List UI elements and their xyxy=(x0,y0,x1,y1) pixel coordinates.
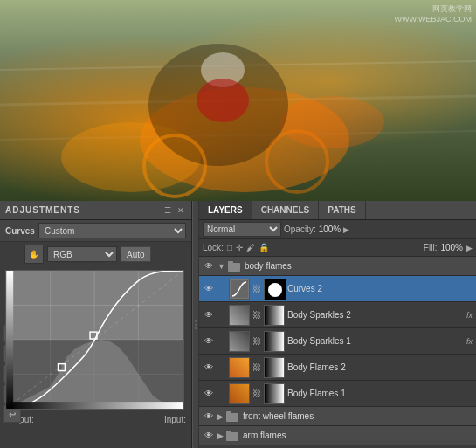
blend-opacity-row: Normal Opacity: 100% ▶ xyxy=(199,220,476,239)
layer-sparkles1[interactable]: 👁 ⛓ Body Sparkles 1 fx xyxy=(199,328,476,355)
layer-name-curves2: Curves 2 xyxy=(287,284,473,293)
layer-thumb-flames2 xyxy=(229,357,250,378)
resize-dots xyxy=(195,320,197,329)
curves-labels: Output: Input: xyxy=(0,413,191,426)
curves-preset-select[interactable]: Custom xyxy=(38,223,186,238)
layer-name-flames2: Body Flames 2 xyxy=(287,362,473,372)
layer-mask-flames2 xyxy=(264,357,285,378)
eye-icon-2[interactable]: 👁 xyxy=(203,309,215,321)
layer-group-body-flames[interactable]: 👁 ▼ body flames xyxy=(199,257,476,276)
curves-svg xyxy=(6,271,183,409)
mask-thumb-svg xyxy=(265,279,286,300)
adjustments-title: ADJUSTMENTS xyxy=(5,205,80,215)
eye-icon-4[interactable]: 👁 xyxy=(203,362,215,374)
layer-flames1[interactable]: 👁 ⛓ Body Flames 1 xyxy=(199,381,476,407)
lock-fill-row: Lock: □ ✛ 🖌 🔒 Fill: 100% ▶ xyxy=(199,239,476,257)
layer-flames2[interactable]: 👁 ⛓ Body Flames 2 xyxy=(199,355,476,381)
lock-paint-icon[interactable]: 🖌 xyxy=(246,243,255,252)
layer-mask-curves2 xyxy=(264,279,285,300)
opacity-label: Opacity: xyxy=(284,224,316,234)
layer-curves2[interactable]: 👁 ⛓ Curves 2 xyxy=(199,276,476,302)
photo-overlay xyxy=(0,0,476,201)
layer-name-group-0: body flames xyxy=(245,261,473,271)
adjustments-inner: ✋ RGB Auto 🖊 ✏ 📝 〜 ↩ xyxy=(0,242,191,426)
layer-mask-sparkles1 xyxy=(264,331,285,352)
layer-mask-sparkles2 xyxy=(264,305,285,326)
tab-paths[interactable]: PATHS xyxy=(319,201,365,219)
watermark: 网页教学网 WWW.WEBJAC.COM xyxy=(395,4,473,24)
chain-icon-1: ⛓ xyxy=(252,284,261,293)
eye-icon-6[interactable]: 👁 xyxy=(203,410,215,423)
eye-icon-7[interactable]: 👁 xyxy=(203,430,215,442)
panel-resize-handle[interactable] xyxy=(192,201,199,448)
header-controls: ☰ ✕ xyxy=(162,206,186,215)
lock-label: Lock: xyxy=(203,243,224,252)
fill-arrow[interactable]: ▶ xyxy=(466,244,473,252)
layer-group-arm-flames[interactable]: 👁 ▶ arm flames xyxy=(199,426,476,445)
layer-fx-sparkles1: fx xyxy=(466,337,473,346)
blend-mode-select[interactable]: Normal xyxy=(203,222,281,237)
layer-thumb-sparkles1 xyxy=(229,331,250,352)
layers-list: 👁 ▼ body flames 👁 xyxy=(199,257,476,448)
layer-thumb-flames1 xyxy=(229,383,250,404)
eye-icon-0[interactable]: 👁 xyxy=(203,260,215,272)
channel-select[interactable]: RGB xyxy=(47,246,117,262)
chain-icon-5: ⛓ xyxy=(252,389,261,398)
group-arrow-7[interactable]: ▶ xyxy=(217,431,224,440)
layer-name-group-6: front wheel flames xyxy=(243,411,473,421)
folder-icon-7 xyxy=(226,429,240,443)
tab-layers[interactable]: LAYERS xyxy=(199,201,252,219)
layer-thumb-sparkles2 xyxy=(229,305,250,326)
panel-menu-btn[interactable]: ☰ xyxy=(162,206,173,215)
layer-mask-flames1 xyxy=(264,383,285,404)
svg-rect-30 xyxy=(268,283,282,297)
fill-label: Fill: xyxy=(424,243,438,252)
svg-rect-25 xyxy=(6,271,13,409)
layer-sparkles2[interactable]: 👁 ⛓ Body Sparkles 2 fx xyxy=(199,302,476,328)
svg-point-6 xyxy=(279,96,384,148)
svg-point-11 xyxy=(197,79,249,122)
curves-row: Curves Custom xyxy=(0,220,191,242)
layers-tabs: LAYERS CHANNELS PATHS xyxy=(199,201,476,220)
layer-name-group-7: arm flames xyxy=(243,431,473,440)
layer-name-flames1: Body Flames 1 xyxy=(287,389,473,398)
svg-rect-27 xyxy=(228,261,233,265)
layer-name-sparkles2: Body Sparkles 2 xyxy=(287,310,464,320)
tools-row: ✋ RGB Auto xyxy=(0,242,191,266)
folder-icon-6 xyxy=(226,410,240,424)
eye-icon-5[interactable]: 👁 xyxy=(203,388,215,400)
lock-transparent-icon[interactable]: □ xyxy=(227,243,232,252)
svg-rect-34 xyxy=(226,431,231,434)
opacity-arrow[interactable]: ▶ xyxy=(343,225,349,234)
auto-button[interactable]: Auto xyxy=(121,246,151,262)
svg-rect-32 xyxy=(226,411,231,415)
panel-close-btn[interactable]: ✕ xyxy=(176,206,186,215)
fill-value: 100% xyxy=(440,243,463,252)
chain-icon-2: ⛓ xyxy=(252,310,261,320)
adjustments-panel: ADJUSTMENTS ☰ ✕ Curves Custom ✋ RGB Auto xyxy=(0,201,192,448)
opacity-value: 100% xyxy=(319,224,341,234)
photo-canvas: 网页教学网 WWW.WEBJAC.COM xyxy=(0,0,476,201)
group-arrow-6[interactable]: ▶ xyxy=(217,412,224,421)
curves-graph[interactable] xyxy=(5,270,184,410)
layers-panel: LAYERS CHANNELS PATHS Normal Opacity: 10… xyxy=(199,201,476,448)
layer-fx-sparkles2: fx xyxy=(466,311,473,320)
svg-rect-24 xyxy=(6,402,183,409)
layer-name-sparkles1: Body Sparkles 1 xyxy=(287,336,464,346)
adjustments-header: ADJUSTMENTS ☰ ✕ xyxy=(0,201,191,220)
layer-thumb-curves2 xyxy=(229,279,250,300)
lock-all-icon[interactable]: 🔒 xyxy=(259,243,269,252)
tab-channels[interactable]: CHANNELS xyxy=(252,201,320,219)
chain-icon-3: ⛓ xyxy=(252,336,261,346)
folder-icon-0 xyxy=(228,259,242,273)
chain-icon-4: ⛓ xyxy=(252,362,261,372)
input-label: Input: xyxy=(164,415,186,424)
lock-move-icon[interactable]: ✛ xyxy=(236,243,243,252)
group-arrow-0[interactable]: ▼ xyxy=(217,262,225,271)
eye-icon-3[interactable]: 👁 xyxy=(203,335,215,348)
eye-icon-1[interactable]: 👁 xyxy=(203,283,215,295)
curves-thumb-icon xyxy=(231,280,248,298)
hand-tool[interactable]: ✋ xyxy=(24,245,44,264)
curves-label: Curves xyxy=(5,226,35,236)
layer-group-front-wheel[interactable]: 👁 ▶ front wheel flames xyxy=(199,407,476,426)
